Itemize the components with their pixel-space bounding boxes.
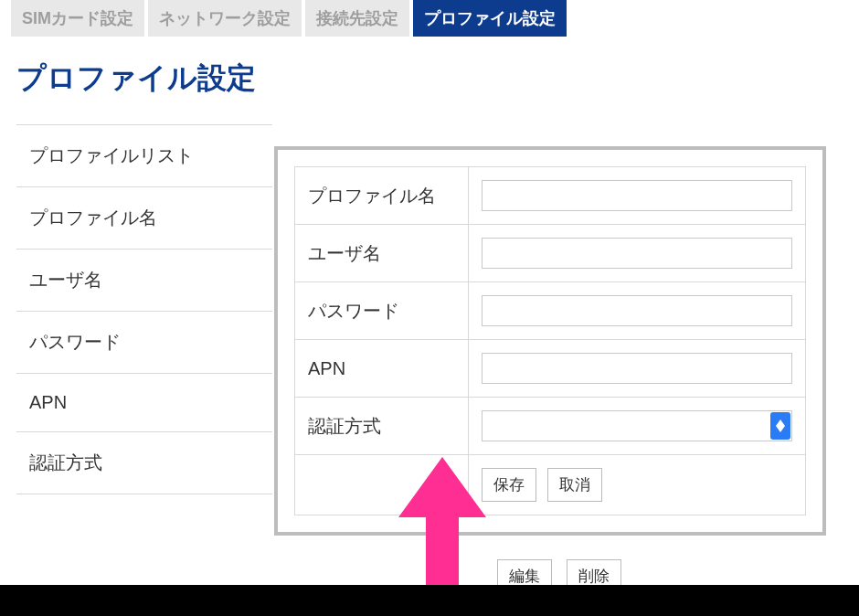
page-title: プロファイル設定 [16, 58, 843, 99]
tab-sim-card[interactable]: SIMカード設定 [11, 0, 144, 37]
content-area: プロファイル設定 プロファイルリスト プロファイル名 ユーザ名 パスワード AP… [0, 37, 859, 516]
list-item: APN [16, 374, 272, 432]
bottom-black-bar [0, 585, 859, 616]
cancel-button[interactable]: 取消 [547, 468, 602, 502]
input-profile-name[interactable] [482, 180, 792, 211]
input-username[interactable] [482, 238, 792, 269]
actions-spacer [295, 455, 469, 515]
label-password: パスワード [295, 282, 469, 340]
tab-bar: SIMカード設定 ネットワーク設定 接続先設定 プロファイル設定 [0, 0, 859, 37]
label-username: ユーザ名 [295, 225, 469, 282]
list-item: プロファイル名 [16, 187, 272, 250]
profile-edit-panel: プロファイル名 ユーザ名 パスワード APN 認証方式 [274, 146, 826, 536]
profile-field-list: プロファイルリスト プロファイル名 ユーザ名 パスワード APN 認証方式 [16, 124, 272, 494]
label-apn: APN [295, 340, 469, 398]
input-password[interactable] [482, 295, 792, 326]
select-auth-method[interactable] [482, 410, 792, 441]
input-apn[interactable] [482, 353, 792, 384]
list-item: ユーザ名 [16, 250, 272, 312]
save-button[interactable]: 保存 [482, 468, 536, 502]
label-profile-name: プロファイル名 [295, 167, 469, 225]
tab-connection[interactable]: 接続先設定 [305, 0, 409, 37]
list-item: 認証方式 [16, 432, 272, 494]
tab-network[interactable]: ネットワーク設定 [148, 0, 302, 37]
label-auth-method: 認証方式 [295, 398, 469, 455]
list-item: プロファイルリスト [16, 125, 272, 187]
list-item: パスワード [16, 312, 272, 374]
tab-profile[interactable]: プロファイル設定 [413, 0, 567, 37]
profile-form: プロファイル名 ユーザ名 パスワード APN 認証方式 [294, 166, 806, 515]
